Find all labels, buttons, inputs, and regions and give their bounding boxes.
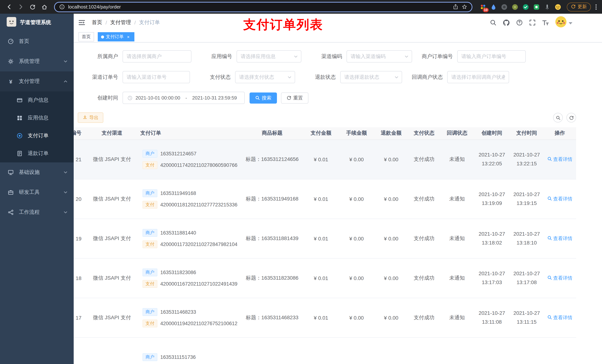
tab-active[interactable]: 支付订单× bbox=[98, 32, 134, 42]
cell-amount: ¥ 0.01 bbox=[303, 298, 339, 337]
user-menu[interactable] bbox=[555, 16, 572, 29]
dark-extension-icon[interactable] bbox=[501, 3, 508, 10]
view-detail-link[interactable]: 查看详情 bbox=[547, 196, 572, 202]
filter-refund-status-select[interactable]: 请选择退款状态 bbox=[340, 71, 402, 83]
filter-merchant-order-no-input[interactable] bbox=[457, 50, 526, 62]
filter-channel-code-select[interactable]: 请输入渠道编码 bbox=[346, 50, 412, 62]
address-bar[interactable]: localhost:1024/pay/order bbox=[54, 2, 473, 12]
cell-notify_status: 未通知 bbox=[440, 298, 474, 337]
cell-paid: 2021-10-2713:11:15 bbox=[510, 298, 544, 337]
filter-channel-code: 渠道编码请输入渠道编码 bbox=[301, 50, 412, 62]
browser-menu-icon[interactable] bbox=[594, 4, 598, 10]
search-button[interactable]: 搜索 bbox=[249, 92, 277, 104]
cell-notify_status: 未通知 bbox=[440, 179, 474, 219]
fullscreen-icon[interactable] bbox=[529, 19, 536, 26]
filter-app-id-select[interactable]: 请选择应用信息 bbox=[236, 50, 301, 62]
olive-extension-icon[interactable] bbox=[511, 3, 519, 10]
sidebar-item-refund-order[interactable]: 退款订单 bbox=[0, 145, 74, 162]
sidebar-item-workflow[interactable]: 工作流程 bbox=[0, 202, 74, 222]
github-icon[interactable] bbox=[503, 19, 510, 26]
reset-button[interactable]: 重置 bbox=[281, 92, 308, 104]
sidebar-item-pay-order[interactable]: 支付订单 bbox=[0, 127, 74, 145]
check-extension-icon[interactable] bbox=[522, 3, 529, 10]
sidebar-item-system[interactable]: 系统管理 bbox=[0, 52, 74, 71]
pay-order-tag: 支付 bbox=[142, 161, 157, 169]
cell-amount bbox=[303, 337, 339, 364]
refresh-table-button[interactable] bbox=[567, 113, 576, 123]
toggle-search-button[interactable] bbox=[553, 113, 563, 123]
column-header-created: 创建时间 bbox=[474, 127, 510, 139]
workflow-icon bbox=[7, 209, 14, 215]
tab-0[interactable]: 首页 bbox=[78, 32, 94, 42]
cell-action bbox=[544, 337, 576, 364]
filter-merchant-order-no-input[interactable] bbox=[461, 54, 522, 59]
filter-pay-status-select[interactable]: 请选择支付状态 bbox=[235, 71, 295, 83]
order-number: 4200001194202110276752100612 bbox=[160, 321, 237, 326]
face-extension-icon[interactable] bbox=[554, 3, 562, 10]
sidebar-item-infrastructure[interactable]: 基础设施 bbox=[0, 162, 74, 182]
hamburger-icon[interactable] bbox=[78, 19, 86, 26]
drop-extension-icon[interactable] bbox=[490, 3, 497, 10]
order-number: 4200001174202110278060590766 bbox=[160, 162, 237, 168]
chat-extension-icon[interactable] bbox=[533, 3, 540, 10]
cell-title: 标题：1635311881439 bbox=[241, 219, 303, 258]
view-detail-link[interactable]: 查看详情 bbox=[547, 314, 572, 321]
cell-refund: ¥ 0.00 bbox=[374, 139, 408, 179]
order-number: 1635312124657 bbox=[160, 151, 196, 156]
order-icon bbox=[16, 133, 23, 139]
share-icon[interactable] bbox=[453, 4, 458, 10]
filter-channel-code-label: 渠道编码 bbox=[301, 53, 346, 60]
sidebar-item-home[interactable]: 首页 bbox=[0, 31, 74, 52]
column-header-fee: 手续金额 bbox=[339, 127, 374, 139]
filter-notify-status-select[interactable]: 请选择订单回调商户状态 bbox=[447, 71, 509, 83]
cell-pay_status: 支付成功 bbox=[408, 219, 440, 258]
filter-create-time-label: 创建时间 bbox=[77, 94, 123, 101]
download-icon bbox=[83, 115, 87, 121]
export-button[interactable]: 导出 bbox=[78, 113, 103, 123]
search-icon bbox=[547, 315, 552, 321]
app-title: 芋道管理系统 bbox=[20, 19, 51, 26]
chevron-down-icon bbox=[394, 75, 399, 79]
font-size-icon[interactable] bbox=[542, 19, 549, 26]
filter-channel-order-no-input[interactable] bbox=[123, 71, 190, 83]
bookmark-star-icon[interactable] bbox=[462, 4, 467, 10]
cell-action: 查看详情 bbox=[544, 139, 576, 179]
sidebar-item-payment[interactable]: ¥支付管理 bbox=[0, 71, 74, 91]
browser-back-icon[interactable] bbox=[4, 2, 14, 12]
pin-extension-icon[interactable] bbox=[544, 3, 551, 10]
page-annotation: 支付订单列表 bbox=[243, 16, 323, 33]
filter-merchant-input[interactable] bbox=[123, 50, 191, 62]
chevron-down-icon bbox=[63, 190, 68, 195]
cell-notify_status bbox=[440, 337, 474, 364]
browser-reload-icon[interactable] bbox=[27, 2, 38, 12]
chevron-down-icon bbox=[404, 54, 409, 59]
site-info-icon[interactable] bbox=[59, 4, 65, 10]
breadcrumb-item[interactable]: 支付管理 bbox=[110, 19, 131, 26]
view-detail-link[interactable]: 查看详情 bbox=[547, 156, 572, 163]
orders-table: 编号支付渠道支付订单商品标题支付金额手续金额退款金额支付状态回调状态创建时间支付… bbox=[74, 127, 602, 364]
browser-home-icon[interactable] bbox=[39, 2, 50, 12]
chevron-down-icon bbox=[63, 59, 68, 64]
browser-forward-icon[interactable] bbox=[16, 2, 26, 12]
content: 所属商户应用编号请选择应用信息渠道编码请输入渠道编码商户订单编号 渠道订单号支付… bbox=[74, 42, 602, 364]
view-detail-link[interactable]: 查看详情 bbox=[547, 235, 572, 242]
browser-update-button[interactable]: 更新 bbox=[567, 2, 591, 11]
date-range-input[interactable]: 2021-10-01 00:00:00 - 2021-10-31 23:59:5… bbox=[123, 92, 245, 104]
view-detail-link[interactable]: 查看详情 bbox=[547, 275, 572, 281]
merchant-order-tag: 商户 bbox=[142, 150, 157, 157]
sidebar-item-app-info[interactable]: 应用信息 bbox=[0, 109, 74, 127]
cell-amount: ¥ 0.01 bbox=[303, 219, 339, 258]
sidebar-item-merchant-info[interactable]: 商户信息 bbox=[0, 91, 74, 109]
app-icon bbox=[16, 115, 23, 121]
search-icon[interactable] bbox=[490, 19, 496, 26]
breadcrumb-item[interactable]: 首页 bbox=[92, 19, 102, 26]
filter-merchant-input[interactable] bbox=[127, 54, 187, 59]
sidebar-item-dev-tools[interactable]: 研发工具 bbox=[0, 182, 74, 202]
browser-chrome: localhost:1024/pay/order 10 更新 bbox=[0, 0, 602, 14]
help-icon[interactable] bbox=[516, 19, 523, 26]
cell-refund: ¥ 0.00 bbox=[374, 258, 408, 298]
cell-channel: 微信 JSAPI 支付 bbox=[87, 298, 137, 337]
extensions-grid-icon[interactable]: 10 bbox=[479, 3, 486, 10]
filter-channel-order-no-input[interactable] bbox=[127, 74, 186, 80]
close-tab-icon[interactable]: × bbox=[126, 34, 131, 40]
